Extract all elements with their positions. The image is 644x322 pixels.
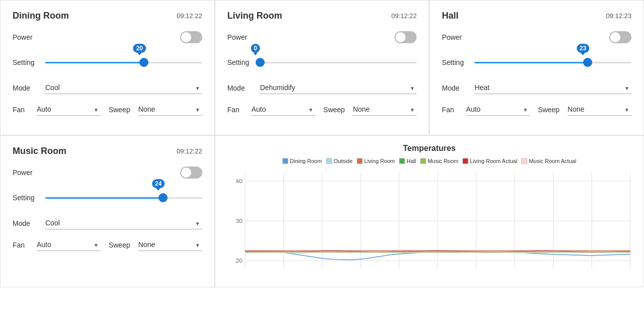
slider-bubble: 20 [133, 44, 146, 53]
power-row: Power [442, 31, 631, 43]
toggle-thumb [395, 32, 406, 42]
panel-title: Dining Room [13, 11, 69, 21]
mode-select-wrap: CoolHeatDehumidifyFanAuto ▼ [45, 82, 202, 94]
panel-header: Living Room 09:12:22 [227, 11, 417, 21]
legend-color [399, 158, 405, 164]
power-row: Power [13, 167, 202, 179]
mode-select[interactable]: CoolHeatDehumidifyFanAuto [260, 82, 417, 94]
slider-thumb[interactable]: 23 [583, 58, 592, 67]
legend-color [357, 158, 363, 164]
legend-color [420, 158, 426, 164]
fan-sweep-row: Fan AutoLowMediumHigh ▼ Sweep NoneHorizo… [13, 238, 202, 251]
power-toggle[interactable] [394, 31, 417, 43]
slider-thumb[interactable]: 20 [139, 58, 148, 67]
setting-row: Setting 20 [13, 52, 202, 72]
panel-hall: Hall 09:12:23 Power Setting 23 Mode Cool… [429, 0, 644, 135]
legend-color [521, 158, 527, 164]
slider-bubble: 24 [152, 179, 165, 188]
setting-slider[interactable]: 20 [45, 52, 202, 72]
temperatures-chart-panel: Temperatures Dining Room Outside Living … [215, 135, 644, 287]
sweep-select[interactable]: NoneHorizontalVerticalBoth [138, 238, 202, 251]
sweep-label: Sweep [109, 106, 130, 114]
toggle-track[interactable] [609, 31, 631, 43]
panel-header: Music Room 09:12:22 [13, 146, 202, 156]
setting-label: Setting [442, 58, 474, 66]
slider-track: 20 [45, 62, 202, 63]
panel-time: 09:12:22 [177, 12, 202, 20]
toggle-thumb [181, 168, 191, 178]
power-toggle[interactable] [609, 31, 631, 43]
panel-title: Hall [442, 11, 458, 21]
sweep-select-wrap: NoneHorizontalVerticalBoth ▼ [353, 103, 417, 116]
sweep-select[interactable]: NoneHorizontalVerticalBoth [568, 103, 631, 116]
chart-title: Temperatures [223, 144, 635, 153]
sweep-label: Sweep [324, 106, 345, 114]
setting-slider[interactable]: 23 [474, 52, 631, 72]
svg-text:20: 20 [235, 258, 242, 264]
power-toggle[interactable] [180, 167, 202, 179]
mode-select-wrap: CoolHeatDehumidifyFanAuto ▼ [260, 82, 417, 94]
chart-area: 20 30 40 [223, 168, 635, 279]
svg-text:40: 40 [235, 178, 242, 184]
setting-slider[interactable]: 0 [260, 52, 417, 72]
fan-select[interactable]: AutoLowMediumHigh [37, 103, 101, 116]
legend-label: Dining Room [290, 158, 322, 164]
toggle-thumb [181, 32, 191, 42]
toggle-track[interactable] [180, 167, 202, 179]
fan-sweep-row: Fan AutoLowMediumHigh ▼ Sweep NoneHorizo… [227, 103, 417, 116]
power-row: Power [13, 31, 202, 43]
legend-item: Music Room [420, 158, 458, 164]
fan-sweep-row: Fan AutoLowMediumHigh ▼ Sweep NoneHorizo… [442, 103, 631, 116]
mode-select[interactable]: CoolHeatDehumidifyFanAuto [45, 217, 202, 229]
fan-select[interactable]: AutoLowMediumHigh [466, 103, 530, 116]
slider-thumb[interactable]: 0 [256, 58, 265, 67]
slider-track: 24 [45, 197, 202, 199]
mode-row: Mode CoolHeatDehumidifyFanAuto ▼ [227, 82, 417, 94]
setting-slider[interactable]: 24 [45, 188, 202, 208]
legend-label: Music Room [428, 158, 458, 164]
fan-select-wrap: AutoLowMediumHigh ▼ [37, 238, 101, 251]
toggle-track[interactable] [394, 31, 417, 43]
chart-svg: 20 30 40 [223, 168, 635, 279]
legend-label: Music Room Actual [529, 158, 576, 164]
fan-select-wrap: AutoLowMediumHigh ▼ [37, 103, 101, 116]
power-toggle[interactable] [180, 31, 202, 43]
mode-row: Mode CoolHeatDehumidifyFanAuto ▼ [13, 82, 202, 94]
toggle-thumb [610, 32, 620, 42]
mode-select[interactable]: CoolHeatDehumidifyFanAuto [474, 82, 631, 94]
fan-select[interactable]: AutoLowMediumHigh [252, 103, 315, 116]
mode-label: Mode [13, 84, 45, 92]
legend-item: Dining Room [282, 158, 322, 164]
legend-color [462, 158, 468, 164]
slider-track: 0 [260, 62, 417, 63]
slider-fill [45, 62, 144, 63]
legend-item: Outside [326, 158, 353, 164]
panel-time: 09:12:23 [606, 12, 631, 20]
slider-bubble: 23 [577, 44, 589, 53]
sweep-select[interactable]: NoneHorizontalVerticalBoth [353, 103, 417, 116]
sweep-label: Sweep [538, 106, 559, 114]
legend-item: Hall [399, 158, 416, 164]
panel-living-room: Living Room 09:12:22 Power Setting 0 Mod… [215, 0, 430, 135]
slider-thumb[interactable]: 24 [158, 193, 168, 202]
sweep-label: Sweep [109, 241, 130, 249]
slider-bubble: 0 [251, 44, 260, 53]
svg-text:30: 30 [235, 218, 242, 224]
legend-color [326, 158, 332, 164]
panel-music-room: Music Room 09:12:22 Power Setting 24 Mod… [0, 135, 215, 287]
mode-select[interactable]: CoolHeatDehumidifyFanAuto [45, 82, 202, 94]
fan-label: Fan [13, 106, 33, 114]
slider-track: 23 [474, 62, 631, 63]
panel-title: Music Room [13, 146, 66, 156]
fan-label: Fan [227, 106, 248, 114]
mode-label: Mode [13, 219, 45, 227]
slider-fill [45, 197, 163, 199]
fan-select[interactable]: AutoLowMediumHigh [37, 238, 101, 251]
panel-time: 09:12:22 [177, 147, 202, 155]
toggle-track[interactable] [180, 31, 202, 43]
sweep-select[interactable]: NoneHorizontalVerticalBoth [138, 103, 202, 116]
legend-color [282, 158, 288, 164]
panel-dining-room: Dining Room 09:12:22 Power Setting 20 Mo… [0, 0, 215, 135]
setting-row: Setting 24 [13, 188, 202, 208]
sweep-select-wrap: NoneHorizontalVerticalBoth ▼ [568, 103, 631, 116]
